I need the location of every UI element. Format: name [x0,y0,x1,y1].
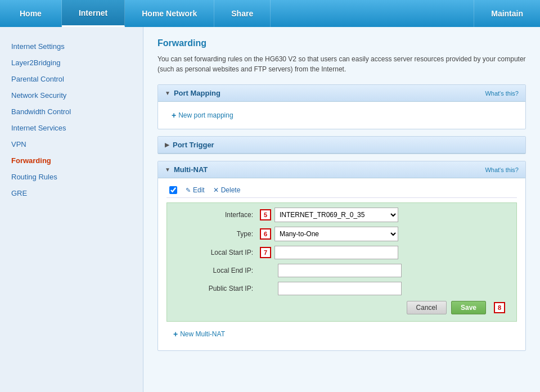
delete-label: Delete [221,186,241,194]
port-mapping-whats-this[interactable]: What's this? [485,90,519,97]
interface-label: Interface: [176,211,260,219]
step8-badge: 8 [494,302,505,313]
save-button[interactable]: Save [451,301,486,314]
port-mapping-title: Port Mapping [174,89,220,97]
port-mapping-arrow-icon: ▼ [165,90,170,96]
sidebar-item-bandwidth-control[interactable]: Bandwidth Control [0,103,143,120]
local-start-ip-input[interactable] [274,246,398,259]
new-multi-nat-label: New Multi-NAT [180,330,225,338]
local-end-ip-row: Local End IP: [176,264,508,277]
multi-nat-checkbox[interactable] [169,186,177,194]
port-trigger-header[interactable]: ▶ Port Trigger [158,137,525,154]
main-layout: Internet Settings Layer2Bridging Parenta… [0,27,540,392]
nav-home-network[interactable]: Home Network [125,0,214,27]
multi-nat-header[interactable]: ▼ Multi-NAT What's this? [158,161,525,178]
step5-badge: 5 [260,209,271,220]
type-label: Type: [176,230,260,238]
sidebar: Internet Settings Layer2Bridging Parenta… [0,27,143,392]
local-end-ip-input[interactable] [278,264,402,277]
edit-label: Edit [193,186,205,194]
edit-icon: ✎ [186,187,191,194]
multi-nat-arrow-icon: ▼ [165,166,170,173]
sidebar-item-internet-services[interactable]: Internet Services [0,120,143,136]
nav-home[interactable]: Home [0,0,62,27]
page-description: You can set forwarding rules on the HG63… [158,54,526,74]
local-end-ip-label: Local End IP: [176,267,260,274]
delete-button[interactable]: ✕ Delete [213,186,241,194]
port-mapping-section: ▼ Port Mapping What's this? + New port m… [158,84,526,129]
new-multi-nat-link[interactable]: + New Multi-NAT [166,326,232,342]
new-port-mapping-link[interactable]: + New port mapping [165,107,240,123]
edit-button[interactable]: ✎ Edit [186,186,205,194]
type-select[interactable]: Many-to-One [274,227,398,241]
sidebar-item-gre[interactable]: GRE [0,185,143,201]
sidebar-item-layer2bridging[interactable]: Layer2Bridging [0,55,143,71]
port-mapping-body: + New port mapping [158,102,525,129]
port-trigger-title: Port Trigger [173,141,214,149]
delete-icon: ✕ [213,186,219,194]
port-trigger-arrow-icon: ▶ [165,142,169,148]
plus-icon: + [172,111,176,120]
step6-badge: 6 [260,228,271,240]
cancel-button[interactable]: Cancel [407,301,447,314]
nav-maintain[interactable]: Maintain [474,0,540,27]
nav-share[interactable]: Share [214,0,271,27]
new-port-mapping-label: New port mapping [178,111,233,119]
multi-nat-section: ▼ Multi-NAT What's this? ✎ Edit ✕ Delete [158,161,526,351]
sidebar-item-routing-rules[interactable]: Routing Rules [0,169,143,185]
nav-internet[interactable]: Internet [62,0,125,27]
local-start-ip-row: Local Start IP: 7 [176,246,508,259]
sidebar-item-vpn[interactable]: VPN [0,136,143,152]
plus-icon-multi-nat: + [173,330,178,339]
sidebar-item-forwarding[interactable]: Forwarding [0,152,143,169]
port-mapping-header[interactable]: ▼ Port Mapping What's this? [158,85,525,102]
sidebar-item-internet-settings[interactable]: Internet Settings [0,38,143,55]
interface-select[interactable]: INTERNET_TR069_R_0_35 [274,208,398,222]
page-title: Forwarding [158,38,526,48]
main-content: Forwarding You can set forwarding rules … [143,27,540,392]
public-start-ip-input[interactable] [278,282,402,295]
port-trigger-section: ▶ Port Trigger [158,136,526,154]
multi-nat-whats-this[interactable]: What's this? [485,166,519,173]
step7-badge: 7 [260,247,271,258]
multi-nat-body: ✎ Edit ✕ Delete Interface: 5 [158,178,525,350]
top-navigation: Home Internet Home Network Share Maintai… [0,0,540,27]
local-start-ip-label: Local Start IP: [176,249,260,256]
interface-row: Interface: 5 INTERNET_TR069_R_0_35 [176,208,508,222]
multi-nat-row-controls: ✎ Edit ✕ Delete [166,183,517,198]
multi-nat-form: Interface: 5 INTERNET_TR069_R_0_35 Type: [166,202,517,322]
public-start-ip-label: Public Start IP: [176,285,260,292]
public-start-ip-row: Public Start IP: [176,282,508,295]
type-row: Type: 6 Many-to-One [176,227,508,241]
form-button-row: Cancel Save 8 [176,301,508,314]
sidebar-item-parental-control[interactable]: Parental Control [0,71,143,87]
multi-nat-title: Multi-NAT [174,165,208,174]
sidebar-item-network-security[interactable]: Network Security [0,87,143,103]
